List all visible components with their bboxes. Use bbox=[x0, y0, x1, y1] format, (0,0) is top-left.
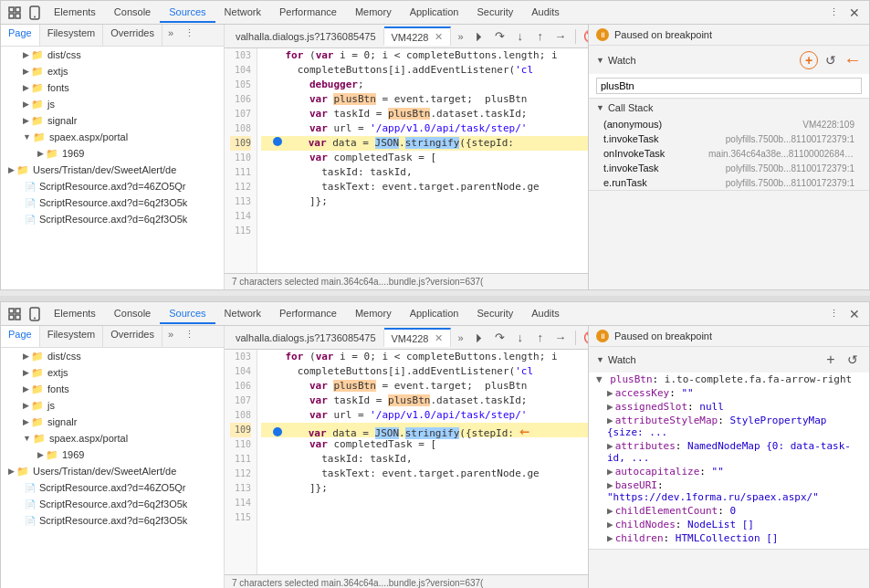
callstack-header-top[interactable]: ▼ Call Stack bbox=[589, 99, 869, 117]
mobile-icon-bottom[interactable] bbox=[26, 305, 44, 323]
tree-item-script3[interactable]: 📄 ScriptResource.axd?d=6q2f3O5k bbox=[1, 211, 224, 227]
deactivate-btn-b[interactable]: 🚫 bbox=[582, 329, 588, 347]
sidebar-tab-overrides-bottom[interactable]: Overrides bbox=[103, 326, 162, 347]
tree-item-script1[interactable]: 📄 ScriptResource.axd?d=46ZO5Qr bbox=[1, 178, 224, 194]
tree-item-1969-b[interactable]: ▶📁1969 bbox=[1, 446, 224, 463]
tree-item-script2[interactable]: 📄 ScriptResource.axd?d=6q2f3O5k bbox=[1, 194, 224, 211]
callstack-item-1[interactable]: t.invokeTask polyfills.7500b...811001723… bbox=[589, 131, 869, 146]
sidebar-menu[interactable]: ⋮ bbox=[179, 25, 200, 46]
watch-subitem-5: ▶baseURI: "https://dev.1forma.ru/spaex.a… bbox=[607, 478, 862, 504]
sidebar-tab-filesystem[interactable]: Filesystem bbox=[40, 25, 104, 46]
step-over-btn-b[interactable]: ↷ bbox=[491, 329, 509, 347]
callstack-item-0[interactable]: (anonymous) VM4228:109 bbox=[589, 117, 869, 131]
step-out-btn-b[interactable]: ↑ bbox=[531, 329, 550, 347]
pause-resume-btn[interactable]: ⏵ bbox=[471, 27, 489, 46]
tab-audits[interactable]: Audits bbox=[522, 3, 569, 23]
code-editor-bottom[interactable]: 103 104 106 107 108 109 110 111 112 113 … bbox=[225, 350, 588, 574]
pause-resume-btn-b[interactable]: ⏵ bbox=[471, 329, 489, 347]
watch-refresh-btn-bottom[interactable]: ↺ bbox=[844, 351, 862, 369]
sidebar-menu-bottom[interactable]: ⋮ bbox=[179, 326, 200, 347]
tab-network-bottom[interactable]: Network bbox=[215, 304, 270, 324]
tree-item-js[interactable]: ▶📁 js bbox=[1, 96, 224, 112]
tab-audits-bottom[interactable]: Audits bbox=[522, 304, 569, 324]
close-icon[interactable]: ✕ bbox=[844, 4, 865, 22]
more-icon-bottom[interactable]: ⋮ bbox=[824, 305, 843, 323]
mobile-icon[interactable] bbox=[26, 4, 44, 22]
tab-memory-bottom[interactable]: Memory bbox=[346, 304, 401, 324]
more-icon[interactable]: ⋮ bbox=[824, 4, 843, 22]
svg-point-5 bbox=[34, 16, 36, 17]
tree-item-script3-b[interactable]: 📄ScriptResource.axd?d=6q2f3O5k bbox=[1, 512, 224, 529]
footer-text-top: 7 characters selected main.364c64a....bu… bbox=[232, 277, 483, 287]
sidebar-tab-page-bottom[interactable]: Page bbox=[1, 326, 40, 347]
tab-network[interactable]: Network bbox=[215, 3, 270, 23]
tab-close-icon[interactable]: ✕ bbox=[435, 31, 443, 43]
editor-tab-more[interactable]: » bbox=[451, 28, 471, 45]
editor-tab-valhalla[interactable]: valhalla.dialogs.js?1736085475 bbox=[228, 28, 384, 45]
tree-item-script2-b[interactable]: 📄ScriptResource.axd?d=6q2f3O5k bbox=[1, 496, 224, 512]
tab-performance-bottom[interactable]: Performance bbox=[270, 304, 346, 324]
tab-sources-bottom[interactable]: Sources bbox=[160, 304, 215, 324]
callstack-item-2[interactable]: onInvokeTask main.364c64a38e...811000026… bbox=[589, 146, 869, 161]
tab-close-icon-b[interactable]: ✕ bbox=[435, 332, 443, 344]
tree-item-fonts-b[interactable]: ▶📁fonts bbox=[1, 381, 224, 397]
watch-header-top[interactable]: ▼ Watch + ↺ ← bbox=[589, 46, 869, 74]
tree-item-distcss-b[interactable]: ▶📁dist/css bbox=[1, 348, 224, 364]
tab-elements-bottom[interactable]: Elements bbox=[45, 304, 105, 324]
tab-application[interactable]: Application bbox=[401, 3, 468, 23]
callstack-item-3[interactable]: t.invokeTask polyfills.7500b...811001723… bbox=[589, 161, 869, 175]
watch-subitem-7: ▶childNodes: NodeList [] bbox=[607, 518, 862, 531]
editor-tabs-top: valhalla.dialogs.js?1736085475 VM4228 ✕ … bbox=[225, 25, 588, 48]
tab-security-bottom[interactable]: Security bbox=[467, 304, 522, 324]
watch-add-btn-top[interactable]: + bbox=[800, 51, 818, 69]
tree-item-script1-b[interactable]: 📄ScriptResource.axd?d=46ZO5Qr bbox=[1, 479, 224, 496]
callstack-item-4[interactable]: e.runTask polyfills.7500b...81100172379:… bbox=[589, 175, 869, 190]
code-editor-top[interactable]: 103 104 105 106 107 108 109 110 111 112 … bbox=[225, 48, 588, 273]
editor-tab-vm4228[interactable]: VM4228 ✕ bbox=[384, 26, 451, 46]
tab-console[interactable]: Console bbox=[105, 3, 160, 23]
step-btn[interactable]: → bbox=[551, 27, 570, 46]
tree-item-js-b[interactable]: ▶📁js bbox=[1, 397, 224, 414]
watch-header-bottom[interactable]: ▼ Watch + ↺ bbox=[589, 347, 869, 373]
tab-elements[interactable]: Elements bbox=[45, 3, 105, 23]
sidebar-more-bottom[interactable]: » bbox=[162, 326, 179, 347]
sidebar-tab-overrides[interactable]: Overrides bbox=[103, 25, 162, 46]
close-icon-bottom[interactable]: ✕ bbox=[844, 305, 865, 323]
inspect-icon-bottom[interactable] bbox=[5, 305, 24, 323]
tree-item-signalr[interactable]: ▶📁 signalr bbox=[1, 112, 224, 129]
tree-item-1969[interactable]: ▶📁 1969 bbox=[1, 145, 224, 162]
tree-item-users[interactable]: ▶📁 Users/Tristan/dev/SweetAlert/de bbox=[1, 162, 224, 178]
sidebar-tab-page[interactable]: Page bbox=[1, 25, 40, 46]
step-out-btn[interactable]: ↑ bbox=[531, 27, 550, 46]
tab-sources[interactable]: Sources bbox=[160, 3, 215, 23]
sidebar-more[interactable]: » bbox=[162, 25, 179, 46]
tree-item-signalr-b[interactable]: ▶📁signalr bbox=[1, 414, 224, 430]
editor-tab-vm4228-b[interactable]: VM4228 ✕ bbox=[384, 328, 451, 347]
tree-item-distcss[interactable]: ▶📁 dist/css bbox=[1, 47, 224, 63]
inspect-icon[interactable] bbox=[5, 4, 24, 22]
tree-item-extjs[interactable]: ▶📁 extjs bbox=[1, 63, 224, 79]
tree-item-fonts[interactable]: ▶📁 fonts bbox=[1, 79, 224, 96]
step-over-btn[interactable]: ↷ bbox=[491, 27, 509, 46]
step-into-btn[interactable]: ↓ bbox=[511, 27, 529, 46]
tree-item-users-b[interactable]: ▶📁Users/Tristan/dev/SweetAlert/de bbox=[1, 463, 224, 479]
tab-console-bottom[interactable]: Console bbox=[105, 304, 160, 324]
tab-memory[interactable]: Memory bbox=[346, 3, 401, 23]
tab-security[interactable]: Security bbox=[467, 3, 522, 23]
sidebar-tab-filesystem-bottom[interactable]: Filesystem bbox=[40, 326, 104, 347]
step-btn-b[interactable]: → bbox=[551, 329, 570, 347]
step-into-btn-b[interactable]: ↓ bbox=[511, 329, 529, 347]
watch-input-top[interactable] bbox=[596, 78, 862, 94]
tab-performance[interactable]: Performance bbox=[270, 3, 346, 23]
watch-subitem-0: ▶accessKey: "" bbox=[607, 386, 862, 400]
tree-item-extjs-b[interactable]: ▶📁extjs bbox=[1, 364, 224, 381]
watch-refresh-btn-top[interactable]: ↺ bbox=[822, 51, 840, 69]
editor-tab-valhalla-b[interactable]: valhalla.dialogs.js?1736085475 bbox=[228, 330, 384, 346]
deactivate-btn[interactable]: 🚫 bbox=[582, 27, 588, 46]
tree-item-spaex[interactable]: ▼📁 spaex.aspx/portal bbox=[1, 129, 224, 145]
editor-tab-more-b[interactable]: » bbox=[451, 330, 471, 346]
tree-item-spaex-b[interactable]: ▼📁spaex.aspx/portal bbox=[1, 430, 224, 446]
tab-application-bottom[interactable]: Application bbox=[401, 304, 468, 324]
watch-add-btn-bottom[interactable]: + bbox=[822, 351, 840, 369]
watch-item-plusbtn[interactable]: ▼ plusBtn: i.to-complete.fa.fa-arrow-rig… bbox=[596, 373, 862, 386]
